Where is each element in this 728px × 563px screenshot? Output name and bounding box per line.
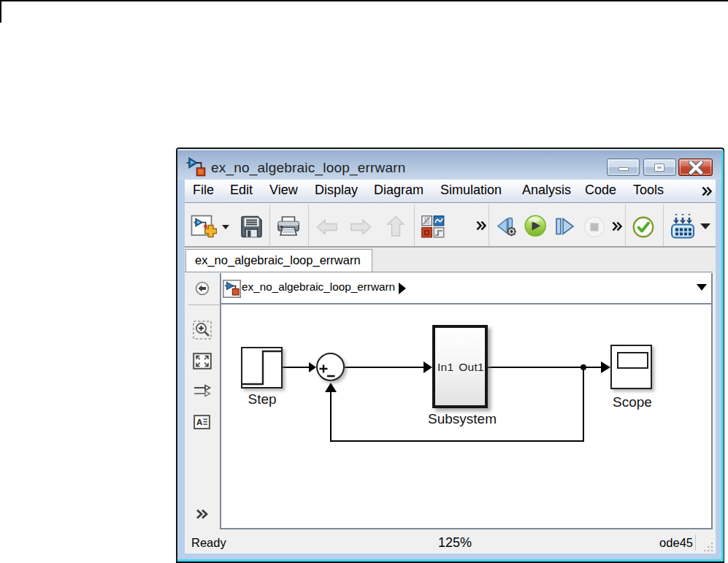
svg-text:A: A [196, 418, 202, 426]
